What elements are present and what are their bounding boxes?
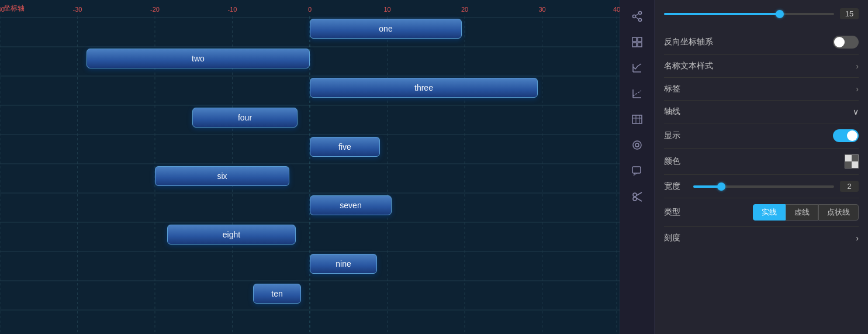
axis-icon[interactable] [627,57,648,78]
color-label: 颜色 [664,156,680,167]
scale-row[interactable]: 刻度 › [664,227,859,249]
show-toggle-thumb [847,130,857,141]
label-row[interactable]: 标签 › [664,78,859,101]
top-slider-value: 15 [840,8,859,19]
tick-30: 30 [538,6,545,13]
svg-point-22 [633,15,636,18]
tick-0: 0 [308,6,312,13]
toolbar [620,0,655,334]
svg-line-33 [633,91,641,96]
chart-area: 坐标轴 -40 -30 -20 -10 0 10 20 30 40 one tw… [0,0,620,334]
bar-four[interactable]: four [192,108,298,128]
reverse-axis-row: 反向坐标轴系 [664,30,859,55]
label-arrow: › [856,84,859,94]
svg-line-44 [637,198,642,202]
label-label: 标签 [664,84,680,94]
reverse-axis-toggle-thumb [834,37,845,47]
svg-rect-40 [632,167,641,173]
svg-point-39 [635,143,639,147]
width-slider-track[interactable] [693,185,834,188]
reverse-axis-label: 反向坐标轴系 [664,37,713,47]
tick-10: 10 [383,6,390,13]
grid-icon[interactable] [627,32,648,53]
svg-point-41 [633,193,637,197]
bar-one[interactable]: one [310,19,462,39]
trend-icon[interactable] [627,83,648,104]
bar-two[interactable]: two [87,49,310,68]
share-icon[interactable] [627,6,648,27]
bar-three[interactable]: three [310,78,538,98]
tick-neg10: -10 [228,6,237,13]
chat-icon[interactable] [627,160,648,181]
name-text-style-row[interactable]: 名称文本样式 › [664,55,859,78]
svg-point-21 [639,19,642,22]
top-slider-track[interactable] [664,13,834,15]
reverse-axis-toggle[interactable] [833,36,859,49]
circle-icon[interactable] [627,135,648,156]
bar-six[interactable]: six [155,166,289,186]
name-text-style-arrow: › [856,61,859,71]
table-icon[interactable] [627,109,648,130]
svg-rect-26 [638,37,642,42]
axis-section-header[interactable]: 轴线 ∨ [664,101,859,123]
tick-row: -40 -30 -20 -10 0 10 20 30 40 [0,2,620,16]
top-slider-fill [664,13,780,15]
axis-label: 坐标轴 [4,4,25,13]
width-label: 宽度 [664,181,687,192]
show-toggle[interactable] [833,129,859,142]
line-btn-dotted[interactable]: 点状线 [818,204,859,221]
svg-line-23 [635,13,638,15]
bar-nine[interactable]: nine [310,254,377,274]
svg-rect-27 [632,43,637,47]
scissors-icon[interactable] [627,186,648,207]
tick-20: 20 [461,6,468,13]
svg-point-42 [633,197,637,201]
line-type-row: 类型 实线 虚线 点状线 [664,198,859,227]
width-slider-value: 2 [840,181,859,192]
scale-label: 刻度 [664,233,680,243]
axis-section-chevron: ∨ [853,107,859,116]
svg-rect-34 [632,115,642,123]
width-row: 宽度 2 [664,175,859,198]
width-slider-thumb[interactable] [717,183,725,191]
svg-rect-25 [632,37,637,42]
color-swatch[interactable] [845,154,859,168]
tick-neg20: -20 [150,6,160,13]
name-text-style-label: 名称文本样式 [664,61,713,71]
bar-eight[interactable]: eight [167,225,296,245]
svg-line-43 [637,192,642,196]
top-slider-row: 15 [664,6,859,22]
bar-seven[interactable]: seven [310,195,392,215]
line-btn-solid[interactable]: 实线 [753,204,786,221]
svg-rect-28 [638,43,642,47]
right-panel: 15 反向坐标轴系 名称文本样式 › 标签 › 轴线 ∨ 显示 颜色 [655,0,868,334]
svg-point-20 [639,12,642,15]
top-slider-thumb[interactable] [776,10,784,18]
bar-five[interactable]: five [310,137,380,157]
axis-section-label: 轴线 [664,106,680,117]
scale-arrow: › [856,233,859,243]
tick-40: 40 [613,6,620,13]
line-type-buttons: 实线 虚线 点状线 [753,204,859,221]
bar-ten[interactable]: ten [253,284,301,304]
svg-line-24 [635,17,638,19]
svg-point-38 [633,141,641,149]
tick-neg30: -30 [73,6,82,13]
type-label: 类型 [664,207,687,218]
line-btn-dashed[interactable]: 虚线 [786,204,818,221]
show-row: 显示 [664,123,859,149]
show-label: 显示 [664,130,680,141]
color-row: 颜色 [664,149,859,175]
